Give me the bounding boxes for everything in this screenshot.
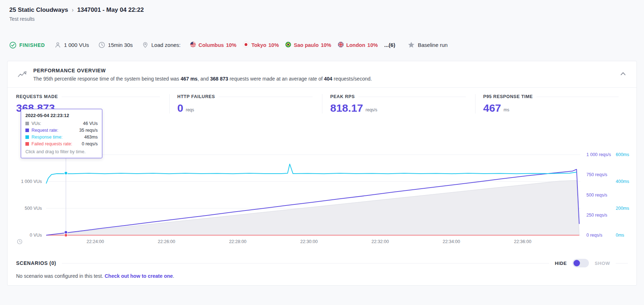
load-zone-pct: 10%	[367, 42, 378, 48]
baseline-run-label: Baseline run	[418, 42, 448, 48]
load-zone-name: Columbus	[199, 42, 224, 48]
scenarios-header: SCENARIOS (0) HIDE SHOW	[16, 259, 628, 267]
status-vus-label: 1 000 VUs	[64, 42, 89, 48]
series-swatch-icon	[25, 135, 29, 139]
chart-canvas[interactable]: 1 500 VUs1 000 VUs500 VUs0 VUs1 000 reqs…	[8, 146, 636, 253]
status-vus: 1 000 VUs	[54, 42, 89, 48]
overview-header-text: PERFORMANCE OVERVIEW The 95th percentile…	[33, 68, 372, 82]
collapse-section-button[interactable]	[618, 69, 628, 79]
metric-p95-response-time: P95 RESPONSE TIME 467ms	[475, 94, 628, 113]
status-duration: 15min 30s	[98, 42, 133, 48]
tooltip-row: VUs:46 VUs	[25, 121, 98, 126]
series-swatch-icon	[25, 142, 29, 146]
overview-header: PERFORMANCE OVERVIEW The 95th percentile…	[8, 61, 636, 88]
status-finished: FINISHED	[9, 42, 45, 49]
series-swatch-icon	[25, 129, 29, 132]
svg-text:22:26:00: 22:26:00	[158, 239, 175, 244]
test-results-page: 25 Static Cloudways › 1347001 - May 04 2…	[0, 0, 644, 286]
scenarios-empty-text: No scenario was configured in this test.…	[16, 273, 628, 279]
flag-gb-icon	[338, 42, 344, 49]
scenarios-show-label[interactable]: SHOW	[595, 261, 610, 266]
overview-summary: The 95th percentile response time of the…	[33, 76, 372, 82]
svg-text:22:34:00: 22:34:00	[443, 239, 460, 244]
divider	[62, 97, 160, 97]
scenarios-period: .	[173, 273, 174, 279]
tooltip-row-value: 35 reqs/s	[79, 128, 98, 133]
divider	[62, 263, 549, 263]
create-scenario-link[interactable]: Check out how to create one	[104, 273, 173, 279]
metric-unit: reqs/s	[366, 107, 377, 113]
check-circle-icon	[9, 42, 16, 49]
location-pin-icon	[142, 42, 148, 48]
time-axis-clock-icon	[17, 239, 23, 246]
metric-label: REQUESTS MADE	[16, 94, 58, 99]
breadcrumb-test-name: 1347001 - May 04 22:22	[77, 6, 144, 14]
breadcrumb-project-link[interactable]: 25 Static Cloudways	[9, 6, 68, 14]
tooltip-row-value: 0 reqs/s	[82, 141, 98, 146]
status-load-zones: Load zones:	[142, 42, 181, 48]
load-zone-tokyo[interactable]: Tokyo 10%	[243, 42, 279, 49]
svg-text:1 000 reqs/s: 1 000 reqs/s	[586, 152, 611, 157]
star-icon[interactable]	[408, 41, 415, 49]
load-zone-pct: 10%	[268, 42, 279, 48]
svg-text:600ms: 600ms	[616, 152, 629, 157]
scenarios-empty-message: No scenario was configured in this test.	[16, 273, 103, 279]
tooltip-row-label: Request rate:	[31, 128, 58, 133]
page-subtitle: Test results	[7, 16, 637, 22]
svg-text:250 reqs/s: 250 reqs/s	[586, 213, 607, 218]
load-zone-london[interactable]: London 10%	[338, 42, 378, 49]
load-zone-pct: 10%	[321, 42, 331, 48]
divider	[358, 97, 466, 97]
svg-text:22:30:00: 22:30:00	[300, 239, 318, 244]
tooltip-row-value: 46 VUs	[83, 121, 98, 126]
tooltip-timestamp: 2022-05-04 22:23:12	[25, 113, 98, 118]
performance-overview-card: PERFORMANCE OVERVIEW The 95th percentile…	[7, 61, 637, 286]
performance-chart[interactable]: 1 500 VUs1 000 VUs500 VUs0 VUs1 000 reqs…	[8, 146, 636, 253]
flag-us-icon	[190, 42, 196, 49]
svg-text:22:24:00: 22:24:00	[87, 239, 104, 244]
clock-icon	[98, 42, 105, 48]
metric-peak-rps: PEAK RPS 818.17reqs/s	[322, 94, 475, 113]
tooltip-row: Failed requests rate:0 reqs/s	[25, 141, 98, 146]
person-icon	[54, 42, 61, 48]
flag-br-icon	[285, 42, 291, 49]
svg-text:0 VUs: 0 VUs	[30, 233, 42, 238]
metric-http-failures: HTTP FAILURES 0reqs	[169, 94, 322, 113]
scenarios-hide-show-toggle[interactable]	[572, 259, 589, 267]
metric-value: 0	[177, 103, 184, 113]
tooltip-hint: Click and drag to filter by time.	[25, 149, 98, 154]
flag-jp-icon	[243, 42, 249, 49]
svg-text:0 reqs/s: 0 reqs/s	[586, 233, 602, 238]
divider	[536, 97, 619, 97]
metric-label: HTTP FAILURES	[177, 94, 215, 99]
load-zones-label: Load zones:	[151, 42, 181, 48]
scenarios-title: SCENARIOS (0)	[16, 260, 56, 266]
svg-text:0ms: 0ms	[616, 233, 624, 238]
toggle-knob-icon	[574, 260, 580, 266]
svg-text:1 000 VUs: 1 000 VUs	[21, 179, 42, 184]
metric-value: 818.17	[330, 103, 363, 113]
tooltip-row-label: VUs:	[31, 121, 41, 126]
tooltip-row: Request rate:35 reqs/s	[25, 128, 98, 133]
status-bar: FINISHED 1 000 VUs 15min 30s Load zones:	[7, 41, 637, 49]
breadcrumb: 25 Static Cloudways › 1347001 - May 04 2…	[7, 6, 637, 14]
svg-text:750 reqs/s: 750 reqs/s	[586, 172, 607, 177]
tooltip-row-label: Response time:	[31, 135, 63, 140]
status-finished-label: FINISHED	[19, 42, 45, 48]
svg-text:500 VUs: 500 VUs	[25, 206, 42, 211]
load-zone-pct: 10%	[226, 42, 236, 48]
metric-unit: reqs	[186, 107, 194, 113]
metric-unit: ms	[504, 107, 509, 113]
divider	[616, 263, 628, 263]
more-zones-label[interactable]: ...(6)	[384, 42, 395, 48]
tooltip-row-value: 463ms	[84, 135, 98, 140]
load-zone-columbus[interactable]: Columbus 10%	[190, 42, 236, 49]
scenarios-section: SCENARIOS (0) HIDE SHOW No scenario was …	[8, 253, 636, 285]
status-baseline: Baseline run	[408, 41, 448, 49]
metric-label: P95 RESPONSE TIME	[483, 94, 533, 99]
chevron-up-icon	[620, 71, 626, 77]
load-zone-sao-paulo[interactable]: Sao paulo 10%	[285, 42, 331, 49]
tooltip-rows: VUs:46 VUsRequest rate:35 reqs/sResponse…	[25, 121, 98, 146]
scenarios-hide-label[interactable]: HIDE	[555, 261, 567, 266]
metric-value: 467	[483, 103, 501, 113]
